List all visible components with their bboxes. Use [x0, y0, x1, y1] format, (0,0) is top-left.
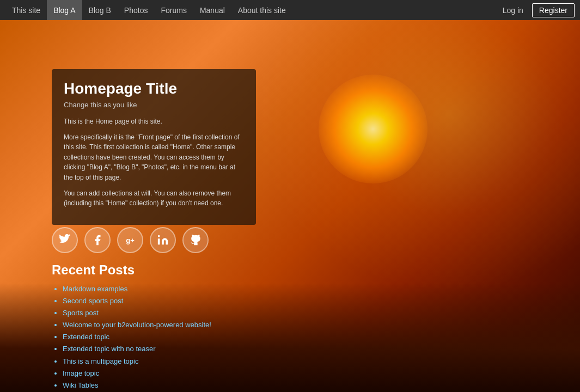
panel-text-2: More specifically it is the "Front page"… [64, 132, 244, 183]
nav-brand[interactable]: This site [5, 0, 47, 20]
post-list-item[interactable]: Sports post [63, 307, 211, 319]
nav-auth: Log in Register [498, 3, 575, 17]
googleplus-icon[interactable]: g+ [117, 227, 143, 253]
panel-text-1: This is the Home page of this site. [64, 117, 244, 127]
facebook-icon[interactable] [84, 227, 111, 253]
homepage-title: Homepage Title [64, 80, 244, 97]
nav-item-about[interactable]: About this site [231, 0, 292, 20]
recent-posts-section: Recent Posts Markdown examplesSecond spo… [52, 262, 211, 392]
content-panel: Homepage Title Change this as you like T… [52, 69, 256, 225]
navbar: This site Blog A Blog B Photos Forums Ma… [0, 0, 580, 20]
login-button[interactable]: Log in [498, 4, 528, 17]
homepage-subtitle: Change this as you like [64, 101, 244, 109]
recent-posts-title: Recent Posts [52, 262, 211, 278]
hero-section: Homepage Title Change this as you like T… [0, 20, 580, 392]
post-list-item[interactable]: Wiki Tables [63, 379, 211, 391]
github-icon[interactable] [182, 227, 209, 253]
post-list-item[interactable]: Extended topic with no teaser [63, 343, 211, 355]
nav-item-photos[interactable]: Photos [118, 0, 155, 20]
twitter-icon[interactable] [52, 227, 78, 253]
post-list-item[interactable]: Second sports post [63, 295, 211, 307]
nav-item-manual[interactable]: Manual [193, 0, 231, 20]
nav-item-blog-b[interactable]: Blog B [82, 0, 118, 20]
post-list-item[interactable]: Extended topic [63, 331, 211, 343]
nav-item-forums[interactable]: Forums [154, 0, 193, 20]
svg-point-0 [158, 235, 160, 237]
sun-glow [319, 75, 428, 183]
post-list-item[interactable]: Markdown examples [63, 283, 211, 295]
social-icons: g+ [52, 227, 209, 253]
post-list-item[interactable]: This is a multipage topic [63, 356, 211, 367]
posts-list: Markdown examplesSecond sports postSport… [52, 283, 211, 392]
register-button[interactable]: Register [532, 3, 575, 17]
post-list-item[interactable]: Image topic [63, 367, 211, 379]
linkedin-icon[interactable] [150, 227, 176, 253]
nav-item-blog-a[interactable]: Blog A [47, 0, 82, 20]
panel-text-3: You can add collections at will. You can… [64, 188, 244, 209]
post-list-item[interactable]: Welcome to your b2evolution-powered webs… [63, 319, 211, 331]
